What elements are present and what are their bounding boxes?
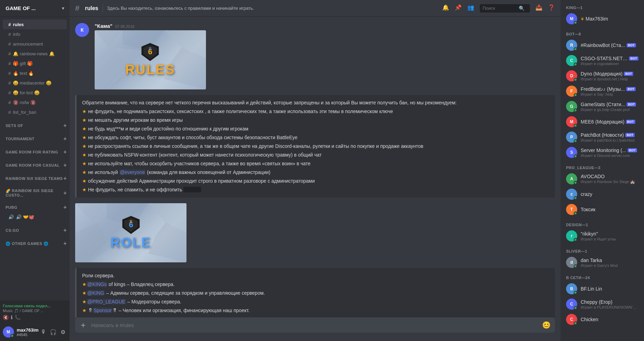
search-input[interactable]: [483, 6, 517, 11]
member-item[interactable]: GGameStats (Стати...BOTИграет в gs.help …: [563, 99, 641, 114]
hash-icon: #: [8, 110, 11, 115]
rules-image-content: 6 R RULES: [125, 42, 175, 77]
member-item[interactable]: SServer Monitoring (...BOTИграет в Disco…: [563, 145, 641, 160]
channel-section-header[interactable]: TOURNAMENT+: [0, 130, 70, 143]
member-info: Cheppy (Erop)Играет в PLAYERUNKNOWN'S BA…: [581, 299, 638, 309]
channel-section-header[interactable]: RAINBOW SIX SIEGE TEAMS+: [0, 170, 70, 183]
channel-item[interactable]: 🔊🔊 🤝🐙: [3, 212, 67, 222]
status-indicator: [574, 212, 577, 215]
pro-league-mention[interactable]: @PRO_LEAGUE: [87, 299, 126, 304]
channel-item[interactable]: #info: [3, 29, 67, 39]
king-mention[interactable]: @KING: [87, 290, 105, 296]
member-item[interactable]: r"rikikyn"Играет в Ищет углы: [563, 228, 641, 244]
channel-section-header[interactable]: 🌈 RAINBOW SIX SIEGE CUSTO...+: [0, 183, 70, 199]
chevron-down-icon: ▾: [62, 6, 64, 11]
channel-item[interactable]: #😀 mediacenter 😀: [3, 78, 67, 88]
channel-item[interactable]: #🎁 gift 🎁: [3, 58, 67, 68]
member-name: BF.Lin Lin: [581, 286, 602, 292]
status-indicator: [574, 264, 577, 268]
add-channel-icon[interactable]: +: [63, 162, 67, 168]
mute-icon[interactable]: 🎙: [40, 328, 47, 336]
channel-item[interactable]: #list_for_ban: [3, 107, 67, 117]
channel-item[interactable]: #🔥 text 🔥: [3, 68, 67, 78]
message-timestamp: 07.08.2018: [115, 24, 134, 29]
add-channel-icon[interactable]: +: [63, 190, 67, 196]
member-item[interactable]: PPatchBot (Новости)BOTИграет в patchbot.…: [563, 129, 641, 145]
channel-item[interactable]: #😀 for-bot 😀: [3, 88, 67, 97]
add-channel-icon[interactable]: +: [63, 149, 67, 155]
rule-4: ★ не обсуждать софт, читы, буст аккаунто…: [82, 134, 549, 141]
status-indicator: [574, 109, 577, 112]
inbox-icon[interactable]: 📥: [535, 4, 542, 13]
member-name: #RainbowBot (Ста...: [581, 42, 625, 48]
member-item[interactable]: CChicken: [563, 312, 641, 327]
avatar: A: [566, 173, 577, 184]
member-item[interactable]: ddan TarkaИграет в Garry's Mod: [563, 255, 641, 270]
channel-section-header[interactable]: GAME ROOM FOR CASUAL+: [0, 157, 70, 170]
emoji-button[interactable]: 😊: [542, 321, 551, 329]
server-header[interactable]: GAME OF ... ▾: [0, 0, 70, 17]
channel-section-header[interactable]: GAME ROOM FOR RATING+: [0, 143, 70, 157]
rule-3: ★ не будь муд***м и веди себя достойно п…: [82, 125, 549, 133]
rule-7: ★ не используйте мат, чтобы оскорбить уч…: [82, 160, 549, 167]
member-item[interactable]: MMEE6 (Модерация)BOT: [563, 114, 641, 129]
status-indicator: [574, 63, 577, 66]
status-indicator: [574, 306, 577, 310]
member-name: crazy: [581, 191, 592, 197]
phone-icon[interactable]: 📞: [15, 315, 21, 320]
rules-text-content: Обратите внимание, что на сервере нет че…: [75, 95, 555, 198]
member-item[interactable]: BBF.Lin Lin: [563, 281, 641, 296]
add-channel-icon[interactable]: +: [63, 175, 67, 182]
member-item[interactable]: CCheppy (Erop)Играет в PLAYERUNKNOWN'S B…: [563, 296, 641, 312]
headset-icon[interactable]: 🔇: [3, 315, 9, 320]
channel-item[interactable]: #rules: [3, 19, 67, 29]
pin-icon[interactable]: 📌: [455, 4, 462, 13]
everyone-mention[interactable]: @everyone: [119, 169, 146, 175]
attach-button[interactable]: ＋: [79, 320, 87, 330]
channel-item[interactable]: #announcement: [3, 39, 67, 49]
channel-item[interactable]: #🔔 rainbow-news 🔔: [3, 49, 67, 58]
settings-icon[interactable]: ⚙: [59, 328, 67, 336]
avatar[interactable]: К: [75, 23, 89, 37]
member-group-header: DESIGN—1: [560, 217, 644, 228]
member-info: "rikikyn"Играет в Ищет углы: [581, 231, 616, 241]
rules-title-text: RULES: [125, 62, 175, 77]
info-icon[interactable]: ℹ: [11, 315, 13, 320]
member-info: ♛Max763im: [581, 16, 608, 22]
member-subtext: Играет в PLAYERUNKNOWN'S BA...: [581, 305, 638, 309]
channel-section-header[interactable]: CS:GO+: [0, 222, 70, 235]
add-channel-icon[interactable]: +: [63, 136, 67, 142]
add-channel-icon[interactable]: +: [63, 122, 67, 129]
channel-item[interactable]: #🔞 nsfw 🔞: [3, 97, 67, 107]
bot-badge: BOT: [628, 148, 637, 152]
avatar: r: [566, 230, 577, 241]
member-item[interactable]: ccrazy: [563, 187, 641, 202]
member-item[interactable]: AAVOCADOИграет в Rainbow Six Siege 🏰: [563, 171, 641, 187]
add-channel-icon[interactable]: +: [63, 240, 67, 247]
members-icon[interactable]: 👥: [467, 4, 474, 13]
help-icon[interactable]: ❓: [548, 4, 555, 13]
search-bar[interactable]: 🔍: [480, 4, 530, 13]
deafen-icon[interactable]: 🎧: [49, 328, 57, 336]
kings-mention[interactable]: @KINGs: [87, 281, 107, 287]
member-group-header: В СЕТИ—24: [560, 270, 644, 281]
add-channel-icon[interactable]: +: [63, 227, 67, 233]
member-item[interactable]: DDyno (Модерация)BOTИграет в dynobot.net…: [563, 68, 641, 84]
member-name: AVOCADO: [581, 174, 605, 179]
sponsor-mention[interactable]: Sponsor: [93, 308, 112, 313]
spoiler-text[interactable]: ...........: [183, 187, 201, 192]
message-author[interactable]: "Кама": [95, 23, 112, 29]
member-info: Chicken: [581, 317, 598, 322]
add-channel-icon[interactable]: +: [63, 204, 67, 211]
voice-icon: 🔊: [8, 214, 14, 220]
channel-section-header[interactable]: 🌐 OTHER GAMES 🌐+: [0, 235, 70, 248]
member-item[interactable]: M♛Max763im: [563, 11, 641, 26]
channel-section-header[interactable]: SETS OF+: [0, 117, 70, 130]
bell-icon[interactable]: 🔔: [442, 4, 449, 13]
member-item[interactable]: CCSGO-STATS.NET ...BOTИграет в csgostats…: [563, 53, 641, 68]
member-item[interactable]: FFredBoat♪♪ (Музы...BOTИграет в Say ;hel…: [563, 84, 641, 99]
member-item[interactable]: TТоксик: [563, 202, 641, 217]
channel-section-header[interactable]: PUBG+: [0, 199, 70, 212]
message-input[interactable]: [91, 322, 538, 328]
member-item[interactable]: R#RainbowBot (Ста...BOT: [563, 38, 641, 53]
